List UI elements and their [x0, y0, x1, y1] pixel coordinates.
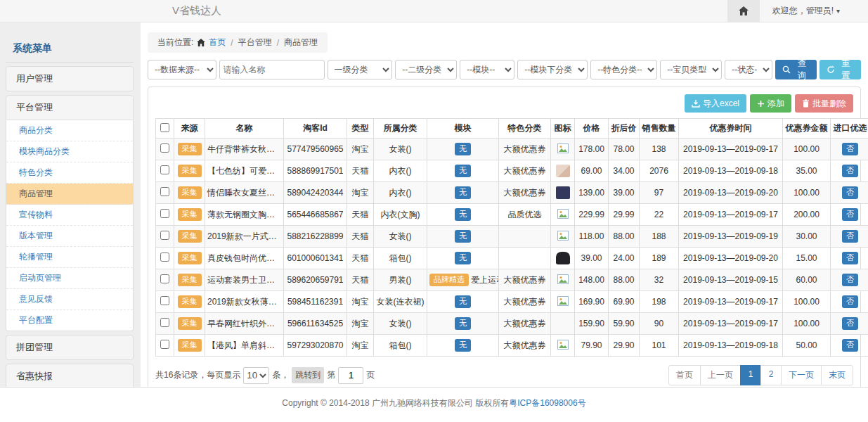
- table-row: 采集2019新款一片式系...588216228899天猫女装()无118.00…: [156, 226, 868, 248]
- sales-count-cell: 138: [640, 139, 679, 160]
- price-cell: 178.00: [575, 139, 609, 160]
- icon-cell: [551, 248, 575, 269]
- coupon-amount-cell: 30.00: [783, 226, 831, 248]
- batch-delete-button[interactable]: 批量删除: [795, 94, 853, 113]
- breadcrumb-home-link[interactable]: 首页: [209, 37, 226, 49]
- sidebar-subitem[interactable]: 商品管理: [6, 184, 133, 205]
- table-row: 采集牛仔背带裤女秋装减龄...577479560965淘宝女装()无大额优惠券1…: [156, 139, 868, 160]
- status-select[interactable]: --状态--: [725, 60, 772, 79]
- sidebar-subitem[interactable]: 宣传物料: [6, 205, 133, 226]
- import-optimal-badge[interactable]: 否: [842, 339, 858, 351]
- sidebar-item[interactable]: 平台管理: [6, 95, 134, 120]
- broken-image-icon: [557, 209, 569, 219]
- page-button[interactable]: 下一页: [781, 365, 822, 385]
- sidebar-group[interactable]: 平台管理商品分类模块商品分类特色分类商品管理宣传物料版本管理轮播管理启动页管理意…: [6, 95, 134, 331]
- import-optimal-badge[interactable]: 否: [842, 143, 858, 155]
- user-menu[interactable]: 欢迎您，管理员!▾: [760, 5, 868, 17]
- module-subcategory-select[interactable]: --模块下分类--: [517, 60, 588, 79]
- source-badge: 采集: [178, 230, 202, 242]
- coupon-time-cell: 2019-09-13—2019-09-17: [679, 291, 783, 313]
- row-checkbox[interactable]: [160, 274, 169, 283]
- header-right: 欢迎您，管理员!▾: [727, 0, 868, 22]
- sidebar-subitem[interactable]: 轮播管理: [6, 247, 133, 268]
- import-optimal-badge[interactable]: 否: [842, 295, 858, 307]
- feature-category-select[interactable]: --特色分类--: [590, 60, 657, 79]
- icon-cell: [551, 269, 575, 291]
- source-badge: 采集: [178, 143, 202, 155]
- feature-cell: 大额优惠券: [499, 139, 551, 160]
- source-cell: 采集: [174, 335, 205, 357]
- reset-button-label: 重置: [838, 58, 854, 82]
- icp-link[interactable]: 粤ICP备16098006号: [509, 398, 585, 408]
- coupon-amount-cell: 200.00: [783, 204, 831, 226]
- import-optimal-badge[interactable]: 否: [842, 252, 858, 264]
- module-value: 无: [455, 252, 471, 264]
- sidebar-subitem[interactable]: 启动页管理: [6, 268, 133, 289]
- row-checkbox[interactable]: [160, 296, 169, 305]
- level2-category-select[interactable]: --二级分类--: [395, 60, 457, 79]
- import-optimal-badge[interactable]: 否: [842, 230, 858, 242]
- jump-button[interactable]: 跳转到: [292, 367, 324, 383]
- level1-category-select[interactable]: 一级分类: [328, 60, 393, 79]
- import-excel-button[interactable]: 导入excel: [685, 94, 746, 113]
- add-button[interactable]: 添加: [750, 94, 791, 113]
- source-badge: 采集: [178, 165, 202, 177]
- import-optimal-badge[interactable]: 否: [842, 165, 858, 177]
- sidebar-subitem[interactable]: 商品分类: [6, 120, 133, 141]
- sales-count-cell: 188: [640, 226, 679, 248]
- row-checkbox[interactable]: [160, 209, 169, 218]
- row-checkbox[interactable]: [160, 165, 169, 174]
- search-button[interactable]: 查询: [775, 60, 817, 79]
- row-checkbox[interactable]: [160, 252, 169, 262]
- page-button[interactable]: 末页: [821, 365, 853, 385]
- import-optimal-badge[interactable]: 否: [842, 186, 858, 198]
- breadcrumb: 当前位置: 首页 / 平台管理 / 商品管理: [148, 32, 328, 53]
- sales-count-cell: 189: [640, 248, 679, 269]
- select-all-checkbox[interactable]: [160, 123, 169, 132]
- row-checkbox[interactable]: [160, 143, 169, 153]
- price-cell: 169.90: [575, 291, 609, 313]
- row-checkbox[interactable]: [160, 318, 169, 327]
- row-checkbox[interactable]: [160, 231, 169, 240]
- breadcrumb-separator: /: [229, 38, 234, 48]
- price-cell: 69.00: [575, 160, 609, 182]
- import-optimal-badge[interactable]: 否: [842, 317, 858, 329]
- home-button[interactable]: [727, 0, 760, 22]
- icon-cell: [551, 204, 575, 226]
- row-checkbox[interactable]: [160, 340, 169, 349]
- discount-price-cell: 69.90: [609, 291, 640, 313]
- page-button[interactable]: 2: [760, 365, 782, 385]
- home-icon: [739, 6, 749, 15]
- sidebar-subitem[interactable]: 意见反馈: [6, 289, 133, 310]
- page-footer: Copyright © 2014-2018 广州九驰网络科技有限公司 版权所有粤…: [0, 387, 868, 422]
- module-value: 无: [455, 143, 471, 155]
- source-badge: 采集: [178, 274, 202, 286]
- icon-cell: [551, 335, 575, 357]
- sidebar-item[interactable]: 省惠快报: [6, 364, 134, 387]
- sidebar-subitem[interactable]: 平台配置: [6, 310, 133, 331]
- per-page-select[interactable]: 10: [243, 367, 269, 384]
- import-optimal-badge[interactable]: 否: [842, 208, 858, 220]
- source-filter-select[interactable]: --数据来源--: [148, 60, 216, 79]
- page-button[interactable]: 1: [740, 365, 761, 385]
- reset-button[interactable]: 重置: [820, 60, 861, 79]
- column-header: 进口优选: [831, 119, 868, 139]
- row-checkbox[interactable]: [160, 187, 169, 196]
- source-badge: 采集: [178, 339, 202, 351]
- jump-page-input[interactable]: [338, 367, 363, 384]
- row-select-cell: [156, 160, 174, 182]
- name-search-input[interactable]: [219, 60, 325, 79]
- batch-delete-label: 批量删除: [812, 98, 846, 110]
- per-page-unit: 条，: [272, 369, 289, 381]
- sidebar-item[interactable]: 拼团管理: [6, 335, 134, 360]
- module-select[interactable]: --模块--: [460, 60, 514, 79]
- feature-cell: 大额优惠券: [499, 182, 551, 204]
- sidebar-subitem[interactable]: 模块商品分类: [6, 141, 133, 162]
- import-optimal-badge[interactable]: 否: [842, 274, 858, 286]
- sidebar-subitem[interactable]: 特色分类: [6, 162, 133, 184]
- column-header: 淘客Id: [284, 119, 347, 139]
- sidebar-subitem[interactable]: 版本管理: [6, 226, 133, 247]
- item-type-select[interactable]: --宝贝类型--: [660, 60, 722, 79]
- module-value: 无: [455, 339, 471, 351]
- sidebar-item[interactable]: 用户管理: [6, 66, 134, 91]
